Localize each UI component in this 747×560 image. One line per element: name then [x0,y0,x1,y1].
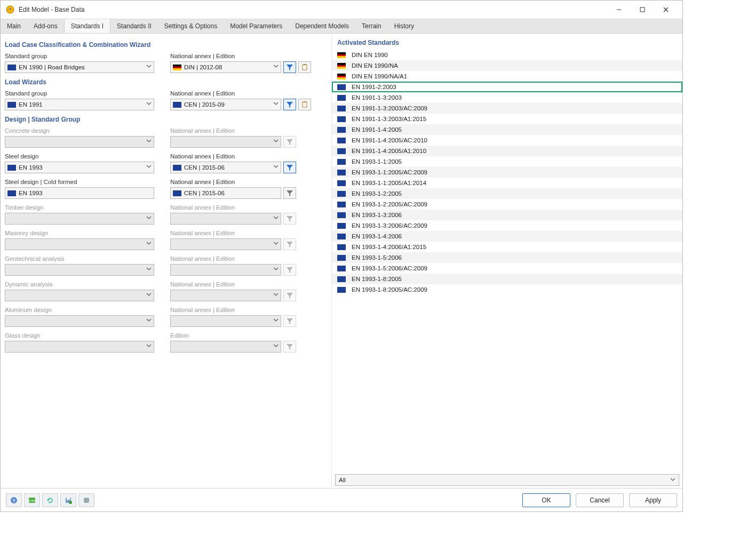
tab-main[interactable]: Main [1,19,27,33]
tab-standards-i[interactable]: Standards I [64,19,110,33]
reset-button[interactable] [42,493,58,507]
clipboard-button-lcc[interactable] [298,61,311,73]
na-label-lw: National annex | Edition [170,90,327,97]
units-button[interactable]: 0.00 [24,493,40,507]
tab-standards-ii[interactable]: Standards II [110,19,158,33]
activated-standard-item[interactable]: EN 1993-1-1:2005/A1:2014 [332,178,682,188]
activated-standard-item[interactable]: EN 1993-1-5:2006 [332,252,682,263]
activated-standard-item[interactable]: EN 1993-1-4:2006 [332,231,682,242]
activated-standard-item[interactable]: DIN EN 1990 [332,50,682,60]
activated-standard-item[interactable]: EN 1993-1-8:2005/AC:2009 [332,284,682,295]
eu-flag-icon [337,244,346,250]
standard-name: EN 1993-1-3:2006/AC:2009 [352,222,427,229]
maximize-button[interactable] [631,2,654,17]
tab-terrain[interactable]: Terrain [355,19,388,33]
filter-button-masonry [283,238,296,250]
sg-label-concrete: Concrete design [5,127,160,134]
eu-flag-icon [337,159,346,165]
database-button[interactable] [78,493,94,507]
sg-select-lcc[interactable]: EN 1990 | Road Bridges [5,61,154,73]
standard-name: EN 1993-1-5:2006/AC:2009 [352,265,427,271]
tab-add-ons[interactable]: Add-ons [27,19,64,33]
na-select-concrete [170,136,281,148]
sg-label-timber: Timber design [5,204,160,211]
na-label-lcc: National annex | Edition [170,53,327,59]
save-defaults-button[interactable] [60,493,76,507]
activated-filter-select[interactable]: All [335,474,679,486]
activated-standard-item[interactable]: EN 1991-2:2003 [332,82,682,92]
filter-button-steel[interactable] [283,162,296,173]
minimize-button[interactable] [608,2,630,17]
na-label-masonry: National annex | Edition [170,230,327,236]
na-select-lw[interactable]: CEN | 2015-09 [170,99,281,110]
filter-button-lcc[interactable] [283,61,296,73]
eu-flag-icon [337,180,346,186]
filter-button-steel-cold[interactable] [283,187,296,199]
standard-name: EN 1991-1-4:2005/AC:2010 [352,137,427,143]
activated-standard-item[interactable]: DIN EN 1990/NA [332,60,682,71]
section-title-lcc: Load Case Classification & Combination W… [5,41,327,49]
svg-rect-5 [303,65,307,70]
na-select-steel-cold[interactable]: CEN | 2015-06 [170,187,281,199]
standard-name: EN 1993-1-2:2005/AC:2009 [352,201,427,207]
activated-standard-item[interactable]: EN 1993-1-8:2005 [332,274,682,284]
activated-standard-item[interactable]: EN 1993-1-3:2006 [332,210,682,220]
standard-name: DIN EN 1990/NA [352,62,398,69]
activated-standard-item[interactable]: EN 1993-1-4:2006/A1:2015 [332,242,682,252]
activated-standard-item[interactable]: EN 1993-1-3:2006/AC:2009 [332,220,682,231]
cancel-button[interactable]: Cancel [576,493,624,507]
activated-standards-title: Activated Standards [332,34,682,50]
apply-button[interactable]: Apply [629,493,677,507]
eu-flag-icon [337,116,346,122]
na-select-geotech [170,264,281,276]
na-label-glass: Edition [170,332,327,339]
activated-standard-item[interactable]: EN 1993-1-2:2005/AC:2009 [332,199,682,210]
activated-standard-item[interactable]: EN 1993-1-2:2005 [332,188,682,199]
standard-name: EN 1991-1-3:2003/AC:2009 [352,105,427,111]
na-select-steel[interactable]: CEN | 2015-06 [170,162,281,173]
tab-history[interactable]: History [388,19,420,33]
bottom-bar: ? 0.00 OK Cancel Apply [1,488,682,511]
svg-rect-7 [303,102,307,107]
eu-flag-icon [337,212,346,218]
activated-standard-item[interactable]: EN 1991-1-3:2003 [332,92,682,103]
sg-label-aluminum: Aluminum design [5,307,160,313]
standard-name: EN 1993-1-5:2006 [352,254,402,261]
standard-name: EN 1991-2:2003 [352,84,396,90]
close-button[interactable] [655,2,677,17]
standard-name: EN 1993-1-1:2005 [352,158,402,165]
tab-model-parameters[interactable]: Model Parameters [224,19,289,33]
na-label-aluminum: National annex | Edition [170,307,327,313]
na-select-lcc[interactable]: DIN | 2012-08 [170,61,281,73]
eu-flag-icon [337,202,346,207]
eu-flag-icon [7,190,16,196]
eu-flag-icon [7,102,16,108]
activated-standard-item[interactable]: DIN EN 1990/NA/A1 [332,71,682,82]
tab-settings-options[interactable]: Settings & Options [158,19,224,33]
eu-flag-icon [337,266,346,271]
na-label-concrete: National annex | Edition [170,127,327,134]
activated-standard-item[interactable]: EN 1991-1-3:2003/AC:2009 [332,103,682,114]
sg-select-dynamic [5,290,154,301]
ok-button[interactable]: OK [522,493,570,507]
activated-standard-item[interactable]: EN 1993-1-5:2006/AC:2009 [332,263,682,274]
eu-flag-icon [337,170,346,175]
sg-select-steel[interactable]: EN 1993 [5,162,154,173]
activated-standard-item[interactable]: EN 1991-1-3:2003/A1:2015 [332,114,682,124]
activated-standard-item[interactable]: EN 1991-1-4:2005/AC:2010 [332,135,682,146]
activated-standard-item[interactable]: EN 1993-1-1:2005 [332,156,682,167]
clipboard-button-lw[interactable] [298,99,311,110]
tab-dependent-models[interactable]: Dependent Models [289,19,355,33]
filter-button-lw[interactable] [283,99,296,110]
sg-select-lw[interactable]: EN 1991 [5,99,154,110]
activated-standard-item[interactable]: EN 1993-1-1:2005/AC:2009 [332,167,682,178]
help-button[interactable]: ? [6,493,22,507]
sg-select-steel-cold[interactable]: EN 1993 [5,187,154,199]
activated-standard-item[interactable]: EN 1991-1-4:2005 [332,124,682,135]
left-pane: Load Case Classification & Combination W… [1,34,331,488]
activated-standard-item[interactable]: EN 1991-1-4:2005/A1:2010 [332,146,682,156]
na-label-steel-cold: National annex | Edition [170,179,327,185]
sg-label-steel: Steel design [5,153,160,159]
eu-flag-icon [173,102,181,108]
standard-name: EN 1993-1-1:2005/AC:2009 [352,169,427,175]
